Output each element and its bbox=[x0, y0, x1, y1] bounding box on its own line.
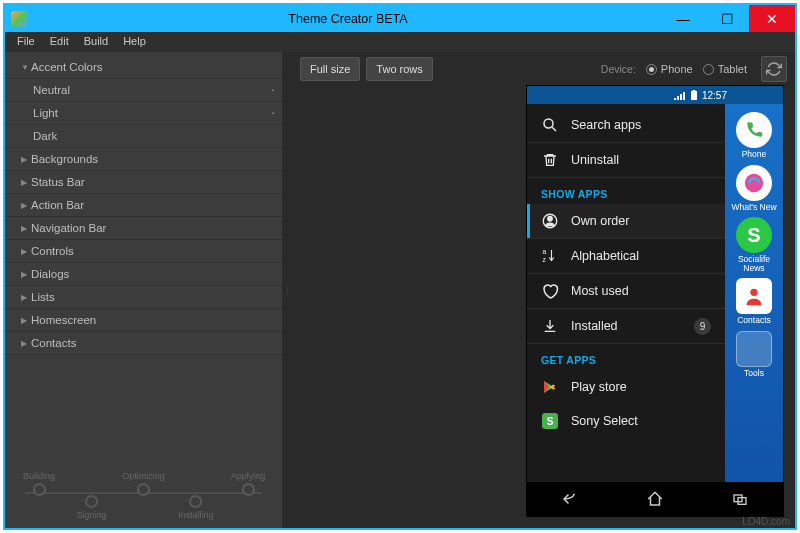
refresh-icon bbox=[766, 61, 782, 77]
two-rows-button[interactable]: Two rows bbox=[366, 57, 432, 81]
play-store-row[interactable]: Play store bbox=[527, 370, 725, 404]
uninstall-row[interactable]: Uninstall bbox=[527, 143, 725, 178]
tree-contacts[interactable]: ▶Contacts bbox=[5, 332, 282, 355]
home-button[interactable] bbox=[639, 487, 671, 511]
toolbar: Full size Two rows Device: Phone Tablet bbox=[292, 52, 795, 86]
tree-dialogs[interactable]: ▶Dialogs bbox=[5, 263, 282, 286]
heart-icon bbox=[541, 282, 559, 300]
person-circle-icon bbox=[541, 212, 559, 230]
tree-accent-dark[interactable]: Dark bbox=[5, 125, 282, 148]
alphabetical-row[interactable]: az Alphabetical bbox=[527, 239, 725, 274]
clock: 12:57 bbox=[702, 90, 727, 101]
app-tools[interactable]: Tools bbox=[736, 331, 772, 378]
main-panel: Full size Two rows Device: Phone Tablet bbox=[292, 52, 795, 528]
recent-button[interactable] bbox=[724, 487, 756, 511]
svg-point-2 bbox=[544, 119, 553, 128]
menu-help[interactable]: Help bbox=[117, 32, 152, 52]
socialife-icon: S bbox=[736, 217, 772, 253]
phone-icon bbox=[744, 120, 764, 140]
tree-homescreen[interactable]: ▶Homescreen bbox=[5, 309, 282, 332]
tree-accent-colors[interactable]: ▼Accent Colors bbox=[5, 56, 282, 79]
status-bar: 12:57 bbox=[527, 86, 783, 104]
whats-new-icon bbox=[743, 172, 765, 194]
android-navbar bbox=[527, 482, 783, 516]
contacts-icon bbox=[743, 285, 765, 307]
menubar: File Edit Build Help bbox=[5, 32, 795, 52]
play-store-icon bbox=[541, 378, 559, 396]
installed-row[interactable]: Installed 9 bbox=[527, 309, 725, 344]
svg-point-8 bbox=[750, 289, 757, 296]
sony-select-icon: S bbox=[541, 412, 559, 430]
tree-controls[interactable]: ▶Controls bbox=[5, 240, 282, 263]
sidebar: ▼Accent Colors Neutral▪ Light▪ Dark ▶Bac… bbox=[5, 52, 282, 528]
window-titlebar[interactable]: Theme Creator BETA — ☐ ✕ bbox=[5, 5, 795, 32]
trash-icon bbox=[541, 151, 559, 169]
watermark: LO4D.com bbox=[742, 516, 790, 527]
svg-rect-0 bbox=[691, 91, 697, 100]
menu-file[interactable]: File bbox=[11, 32, 41, 52]
tree-accent-light[interactable]: Light▪ bbox=[5, 102, 282, 125]
sony-select-row[interactable]: S Sony Select bbox=[527, 404, 725, 438]
app-phone[interactable]: Phone bbox=[736, 112, 772, 159]
svg-text:z: z bbox=[543, 256, 547, 263]
splitter-handle[interactable]: ⋮⋮ bbox=[282, 52, 292, 528]
build-progress: Building Signing Optimizing Installing A… bbox=[13, 471, 274, 520]
device-tablet-radio[interactable]: Tablet bbox=[703, 63, 747, 75]
minimize-button[interactable]: — bbox=[661, 5, 705, 32]
search-icon bbox=[541, 116, 559, 134]
window-title: Theme Creator BETA bbox=[35, 12, 661, 26]
tree-accent-neutral[interactable]: Neutral▪ bbox=[5, 79, 282, 102]
download-icon bbox=[541, 317, 559, 335]
back-button[interactable] bbox=[554, 487, 586, 511]
most-used-row[interactable]: Most used bbox=[527, 274, 725, 309]
svg-point-7 bbox=[745, 173, 763, 191]
tree-lists[interactable]: ▶Lists bbox=[5, 286, 282, 309]
device-label: Device: bbox=[601, 63, 636, 75]
device-phone-radio[interactable]: Phone bbox=[646, 63, 693, 75]
installed-badge: 9 bbox=[694, 318, 711, 335]
tree-action-bar[interactable]: ▶Action Bar bbox=[5, 194, 282, 217]
battery-icon bbox=[690, 90, 698, 100]
app-icon bbox=[11, 11, 27, 27]
svg-text:a: a bbox=[543, 248, 547, 255]
show-apps-header: SHOW APPS bbox=[527, 178, 725, 204]
app-contacts[interactable]: Contacts bbox=[736, 278, 772, 325]
tree-backgrounds[interactable]: ▶Backgrounds bbox=[5, 148, 282, 171]
tree-status-bar[interactable]: ▶Status Bar bbox=[5, 171, 282, 194]
signal-icon bbox=[674, 90, 686, 100]
menu-build[interactable]: Build bbox=[78, 32, 114, 52]
app-socialife[interactable]: S Socialife News bbox=[727, 217, 781, 272]
maximize-button[interactable]: ☐ bbox=[705, 5, 749, 32]
app-whats-new[interactable]: What's New bbox=[731, 165, 776, 212]
close-button[interactable]: ✕ bbox=[749, 5, 795, 32]
tree-navigation-bar[interactable]: ▶Navigation Bar bbox=[5, 217, 282, 240]
app-drawer: Search apps Uninstall SHOW APPS Own orde… bbox=[527, 104, 725, 482]
svg-rect-1 bbox=[692, 90, 695, 91]
phone-preview: 12:57 Search apps Uninstall bbox=[527, 86, 783, 516]
svg-point-4 bbox=[548, 217, 553, 222]
refresh-button[interactable] bbox=[761, 56, 787, 82]
search-apps-row[interactable]: Search apps bbox=[527, 108, 725, 143]
own-order-row[interactable]: Own order bbox=[527, 204, 725, 239]
home-app-rail: Phone What's New S Socialife News bbox=[725, 104, 783, 482]
menu-edit[interactable]: Edit bbox=[44, 32, 75, 52]
sort-alpha-icon: az bbox=[541, 247, 559, 265]
folder-tools-icon bbox=[736, 331, 772, 367]
full-size-button[interactable]: Full size bbox=[300, 57, 360, 81]
get-apps-header: GET APPS bbox=[527, 344, 725, 370]
